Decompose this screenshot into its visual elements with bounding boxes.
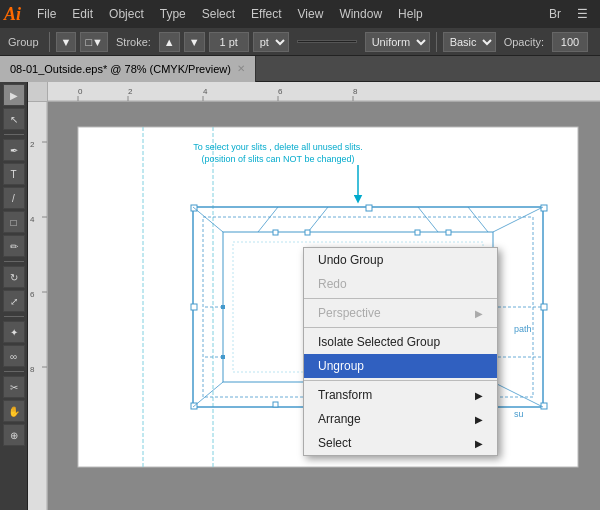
svg-rect-28 [366,205,372,211]
context-menu-redo: Redo [304,272,497,296]
context-menu-isolate[interactable]: Isolate Selected Group [304,330,497,354]
options-toolbar: Group ▼ □▼ Stroke: ▲ ▼ pt Uniform Basic … [0,28,600,56]
svg-text:2: 2 [30,140,35,149]
blend-tool[interactable]: ∞ [3,345,25,367]
svg-line-39 [258,207,278,232]
canvas-area: 0 2 4 6 8 2 4 6 8 [28,82,600,510]
basic-select[interactable]: Basic [443,32,496,52]
bridge-button[interactable]: Br [541,3,569,25]
uniform-select[interactable]: Uniform [365,32,430,52]
tab-bar: 08-01_Outside.eps* @ 78% (CMYK/Preview) … [0,56,600,82]
svg-rect-50 [415,230,420,235]
menu-object[interactable]: Object [101,3,152,25]
style-button[interactable]: ▼ [56,32,77,52]
pen-tool[interactable]: ✒ [3,139,25,161]
menu-select[interactable]: Select [194,3,243,25]
svg-text:4: 4 [30,215,35,224]
shape-tool[interactable]: □ [3,211,25,233]
context-menu-select[interactable]: Select ▶ [304,431,497,455]
select-tool[interactable]: ▶ [3,84,25,106]
svg-rect-57 [221,355,225,359]
tab-close-button[interactable]: ✕ [237,63,245,74]
svg-text:8: 8 [30,365,35,374]
menu-edit[interactable]: Edit [64,3,101,25]
svg-rect-48 [273,230,278,235]
toolbar-separator [49,32,50,52]
rotate-tool[interactable]: ↻ [3,266,25,288]
scale-tool[interactable]: ⤢ [3,290,25,312]
stroke-select[interactable]: pt [253,32,289,52]
svg-line-41 [418,207,438,232]
stroke-down[interactable]: ▼ [184,32,205,52]
eyedropper-tool[interactable]: ✦ [3,321,25,343]
menu-type[interactable]: Type [152,3,194,25]
svg-rect-56 [221,305,225,309]
tab-filename: 08-01_Outside.eps* @ 78% (CMYK/Preview) [10,63,231,75]
canvas-content[interactable]: To select your slits , delete all unused… [48,102,600,510]
perspective-arrow: ▶ [475,308,483,319]
context-menu: Undo Group Redo Perspective ▶ Isolate Se… [303,247,498,456]
workspace-button[interactable]: ☰ [569,3,596,25]
menu-help[interactable]: Help [390,3,431,25]
context-menu-arrange[interactable]: Arrange ▶ [304,407,497,431]
stroke-preview [297,40,357,43]
svg-rect-49 [305,230,310,235]
svg-text:su: su [514,409,524,419]
context-menu-undo[interactable]: Undo Group [304,248,497,272]
opacity-label: Opacity: [500,36,548,48]
stroke-up[interactable]: ▲ [159,32,180,52]
svg-text:0: 0 [78,87,83,96]
svg-line-36 [493,207,543,232]
context-menu-sep2 [304,327,497,328]
document-tab[interactable]: 08-01_Outside.eps* @ 78% (CMYK/Preview) … [0,56,256,82]
fill-button[interactable]: □▼ [80,32,108,52]
menu-window[interactable]: Window [331,3,390,25]
svg-text:6: 6 [30,290,35,299]
stroke-value[interactable] [209,32,249,52]
context-menu-transform[interactable]: Transform ▶ [304,383,497,407]
svg-text:2: 2 [128,87,133,96]
svg-line-37 [193,382,223,407]
menu-effect[interactable]: Effect [243,3,289,25]
svg-rect-30 [191,304,197,310]
menu-file[interactable]: File [29,3,64,25]
menu-bar: Ai File Edit Object Type Select Effect V… [0,0,600,28]
svg-rect-32 [191,403,197,409]
type-tool[interactable]: T [3,163,25,185]
svg-rect-27 [191,205,197,211]
ruler-corner [28,82,48,102]
zoom-tool[interactable]: ⊕ [3,424,25,446]
tool-separator4 [4,371,24,372]
svg-rect-29 [541,205,547,211]
svg-line-42 [468,207,488,232]
context-menu-perspective: Perspective ▶ [304,301,497,325]
svg-text:path: path [514,324,532,334]
svg-line-40 [308,207,328,232]
paintbrush-tool[interactable]: ✏ [3,235,25,257]
stroke-label: Stroke: [112,36,155,48]
select-arrow: ▶ [475,438,483,449]
svg-text:(position of slits can NOT be : (position of slits can NOT be changed) [202,154,355,164]
opacity-input[interactable] [552,32,588,52]
left-toolbar: ▶ ↖ ✒ T / □ ✏ ↻ ⤢ ✦ ∞ ✂ ✋ ⊕ [0,82,28,510]
svg-line-38 [493,382,543,407]
line-tool[interactable]: / [3,187,25,209]
toolbar-sep2 [436,32,437,52]
tool-separator2 [4,261,24,262]
app-logo: Ai [4,4,21,25]
arrange-arrow: ▶ [475,414,483,425]
menu-view[interactable]: View [290,3,332,25]
context-menu-sep3 [304,380,497,381]
horizontal-ruler: 0 2 4 6 8 [48,82,600,102]
vertical-ruler: 2 4 6 8 [28,102,48,510]
context-menu-sep1 [304,298,497,299]
tool-separator3 [4,316,24,317]
hand-tool[interactable]: ✋ [3,400,25,422]
direct-select-tool[interactable]: ↖ [3,108,25,130]
transform-arrow: ▶ [475,390,483,401]
svg-text:To select your slits , delete : To select your slits , delete all unused… [193,142,363,152]
context-menu-ungroup[interactable]: Ungroup [304,354,497,378]
scissors-tool[interactable]: ✂ [3,376,25,398]
svg-text:8: 8 [353,87,358,96]
svg-rect-60 [273,402,278,407]
